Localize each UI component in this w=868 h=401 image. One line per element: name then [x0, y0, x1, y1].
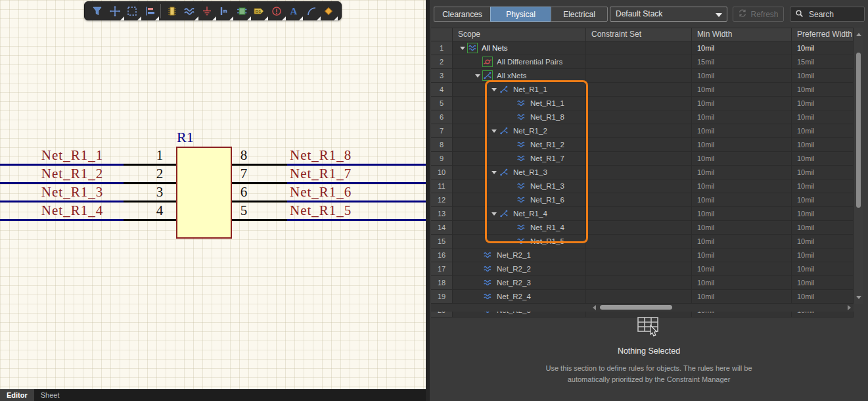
expand-collapse-arrow[interactable] — [490, 171, 499, 174]
table-row[interactable]: 9Net_R1_710mil10mil — [431, 152, 854, 166]
preferred-width-cell[interactable]: 10mil — [792, 138, 854, 151]
component-pin[interactable] — [124, 219, 176, 221]
table-row[interactable]: 12Net_R1_610mil10mil — [431, 193, 854, 207]
header-constraint-set[interactable]: Constraint Set — [586, 28, 692, 41]
table-row[interactable]: 3All xNets10mil10mil — [431, 69, 854, 83]
table-row[interactable]: 14Net_R1_410mil10mil — [431, 221, 854, 235]
move-selection-icon[interactable] — [108, 5, 122, 18]
expand-collapse-arrow[interactable] — [490, 130, 499, 133]
table-row[interactable]: 1All Nets10mil10mil — [431, 41, 854, 55]
min-width-cell[interactable]: 10mil — [692, 69, 792, 82]
search-input[interactable] — [808, 9, 860, 20]
table-row[interactable]: 10Net_R1_310mil10mil — [431, 166, 854, 179]
preferred-width-cell[interactable]: 10mil — [792, 41, 854, 55]
scope-cell[interactable]: All Nets — [453, 41, 586, 55]
constraint-set-cell[interactable] — [586, 83, 692, 96]
table-row[interactable]: 17Net_R2_210mil10mil — [431, 262, 854, 276]
constraint-set-cell[interactable] — [586, 193, 692, 206]
vertical-scrollbar[interactable] — [854, 28, 863, 304]
min-width-cell[interactable]: 10mil — [692, 221, 792, 234]
constraint-set-cell[interactable] — [586, 207, 692, 220]
min-width-cell[interactable]: 10mil — [692, 124, 792, 137]
select-area-icon[interactable] — [126, 5, 139, 18]
place-text-icon[interactable]: A — [287, 5, 300, 18]
constraint-set-cell[interactable] — [586, 138, 692, 151]
scope-cell[interactable]: Net_R1_3 — [453, 166, 586, 179]
table-row[interactable]: 16Net_R2_110mil10mil — [431, 248, 854, 262]
min-width-cell[interactable]: 10mil — [692, 235, 792, 248]
table-row[interactable]: 18Net_R2_310mil10mil — [431, 276, 854, 290]
scope-cell[interactable]: Net_R2_3 — [453, 276, 586, 289]
net-label[interactable]: Net_R1_7 — [290, 166, 352, 181]
component-pin[interactable] — [232, 219, 287, 221]
constraint-set-cell[interactable] — [586, 152, 692, 165]
scope-cell[interactable]: Net_R1_1 — [453, 83, 586, 96]
header-preferred-width[interactable]: Preferred Width — [792, 28, 854, 41]
expand-collapse-arrow[interactable] — [490, 88, 499, 91]
expand-collapse-arrow[interactable] — [458, 47, 467, 50]
tab-clearances[interactable]: Clearances — [434, 7, 490, 22]
header-rownum[interactable] — [431, 28, 453, 41]
place-wire-icon[interactable] — [183, 5, 196, 18]
scope-cell[interactable]: Net_R2_4 — [453, 290, 586, 303]
constraint-set-cell[interactable] — [586, 221, 692, 234]
preferred-width-cell[interactable]: 10mil — [792, 235, 854, 248]
constraint-set-cell[interactable] — [586, 235, 692, 248]
table-row[interactable]: 4Net_R1_110mil10mil — [431, 83, 854, 97]
scope-cell[interactable]: Net_R2_1 — [453, 248, 586, 262]
min-width-cell[interactable]: 10mil — [692, 262, 792, 275]
scope-cell[interactable]: Net_R2_2 — [453, 262, 586, 275]
min-width-cell[interactable]: 10mil — [692, 248, 792, 262]
min-width-cell[interactable]: 10mil — [692, 110, 792, 124]
constraint-set-cell[interactable] — [586, 262, 692, 275]
scope-cell[interactable]: Net_R1_7 — [453, 152, 586, 165]
horizontal-scrollbar-thumb[interactable] — [600, 305, 672, 310]
min-width-cell[interactable]: 10mil — [692, 207, 792, 220]
scope-cell[interactable]: Net_R1_8 — [453, 110, 586, 124]
min-width-cell[interactable]: 10mil — [692, 179, 792, 193]
scroll-right-arrow-icon[interactable] — [848, 305, 851, 310]
scope-cell[interactable]: Net_R1_4 — [453, 207, 586, 220]
place-arc-icon[interactable] — [305, 5, 318, 18]
constraint-set-cell[interactable] — [586, 41, 692, 55]
filter-icon[interactable] — [91, 5, 104, 18]
schematic-canvas[interactable]: R1 D1A Net_R1_11Net_R1_22Net_R1_33Net_R1… — [0, 0, 426, 389]
scroll-down-arrow-icon[interactable] — [856, 296, 861, 299]
table-row[interactable]: 8Net_R1_210mil10mil — [431, 138, 854, 152]
net-label[interactable]: Net_R1_1 — [23, 147, 122, 163]
place-junction-icon[interactable] — [322, 5, 335, 18]
place-ground-icon[interactable] — [200, 5, 214, 18]
min-width-cell[interactable]: 10mil — [692, 41, 792, 55]
vertical-scrollbar-thumb[interactable] — [856, 53, 861, 208]
preferred-width-cell[interactable]: 10mil — [792, 110, 854, 124]
preferred-width-cell[interactable]: 10mil — [792, 221, 854, 234]
search-box[interactable] — [790, 7, 865, 22]
tab-editor[interactable]: Editor — [0, 389, 34, 401]
refresh-button[interactable]: Refresh — [733, 7, 784, 22]
scope-cell[interactable]: Net_R1_1 — [453, 97, 586, 110]
constraint-set-cell[interactable] — [586, 179, 692, 193]
place-no-erc-icon[interactable] — [270, 5, 283, 18]
min-width-cell[interactable]: 10mil — [692, 83, 792, 96]
place-port-icon[interactable] — [217, 5, 231, 18]
scope-cell[interactable]: Net_R1_2 — [453, 124, 586, 137]
constraint-set-cell[interactable] — [586, 166, 692, 179]
wire-segment[interactable] — [0, 219, 124, 221]
scope-cell[interactable]: Net_R1_3 — [453, 179, 586, 193]
expand-collapse-arrow[interactable] — [473, 74, 482, 78]
expand-collapse-arrow[interactable] — [490, 212, 499, 216]
min-width-cell[interactable]: 10mil — [692, 97, 792, 110]
constraint-set-cell[interactable] — [586, 97, 692, 110]
min-width-cell[interactable]: 10mil — [692, 166, 792, 179]
preferred-width-cell[interactable]: 10mil — [792, 166, 854, 179]
constraint-set-cell[interactable] — [586, 290, 692, 303]
net-label[interactable]: Net_R1_6 — [290, 184, 352, 200]
table-row[interactable]: 2All Differential Pairs15mil15mil — [431, 55, 854, 69]
table-row[interactable]: 15Net_R1_510mil10mil — [431, 235, 854, 248]
stack-dropdown[interactable]: Default Stack — [610, 7, 727, 22]
align-icon[interactable] — [143, 5, 156, 18]
min-width-cell[interactable]: 10mil — [692, 193, 792, 206]
place-part-icon[interactable] — [166, 5, 179, 18]
net-label[interactable]: Net_R1_5 — [290, 202, 352, 218]
preferred-width-cell[interactable]: 10mil — [792, 97, 854, 110]
